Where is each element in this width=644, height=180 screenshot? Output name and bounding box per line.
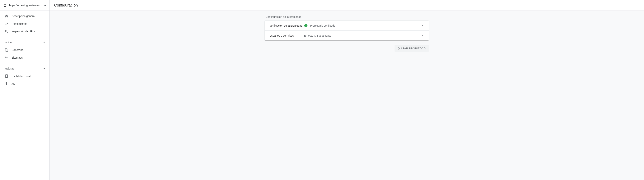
checkmark-circle-icon <box>304 24 308 28</box>
property-selector[interactable]: https://ernestogbustamante.... <box>0 0 49 11</box>
sidebar-item-url-inspection[interactable]: Inspección de URLs <box>0 28 49 35</box>
property-favicon-icon <box>3 3 7 7</box>
sidebar-item-label: Cobertura <box>12 48 24 52</box>
verification-row[interactable]: Verificación de la propiedad Propietario… <box>265 21 429 31</box>
sidebar-item-mobile-usability[interactable]: Usabilidad móvil <box>0 72 49 80</box>
sidebar-section-enhancements[interactable]: Mejoras <box>0 65 49 72</box>
sidebar: https://ernestogbustamante.... Descripci… <box>0 0 50 180</box>
sitemap-icon <box>4 56 8 60</box>
sidebar-item-label: Descripción general <box>12 14 35 18</box>
remove-property-button[interactable]: QUITAR PROPIEDAD <box>394 45 429 52</box>
property-settings-card: Verificación de la propiedad Propietario… <box>265 21 429 40</box>
sidebar-item-label: AMP <box>12 82 17 86</box>
svg-rect-1 <box>7 58 8 59</box>
phone-icon <box>4 74 8 78</box>
sidebar-item-label: Sitemaps <box>12 56 23 59</box>
users-label: Usuarios y permisos <box>270 34 304 37</box>
chevron-up-icon <box>42 67 46 71</box>
users-permissions-row[interactable]: Usuarios y permisos Ernesto G Bustamante <box>265 31 429 40</box>
verification-label: Verificación de la propiedad <box>270 24 304 27</box>
sidebar-item-performance[interactable]: Rendimiento <box>0 20 49 28</box>
header: Configuración <box>50 0 644 11</box>
users-value: Ernesto G Bustamante <box>304 34 331 37</box>
home-icon <box>4 14 8 18</box>
section-title: Configuración de la propiedad <box>265 15 429 18</box>
sidebar-item-coverage[interactable]: Cobertura <box>0 46 49 54</box>
sidebar-item-overview[interactable]: Descripción general <box>0 12 49 20</box>
sidebar-section-title: Mejoras <box>4 67 14 70</box>
sidebar-section-title: Índice <box>4 41 12 44</box>
dropdown-arrow-icon <box>44 4 46 7</box>
chevron-up-icon <box>42 40 46 45</box>
sidebar-item-label: Inspección de URLs <box>12 30 36 33</box>
chevron-right-icon <box>420 23 424 28</box>
sidebar-section-index[interactable]: Índice <box>0 38 49 46</box>
property-url: https://ernestogbustamante.... <box>9 4 43 7</box>
copy-icon <box>4 48 8 52</box>
bolt-icon <box>4 82 8 86</box>
verification-status: Propietario verificado <box>310 24 336 27</box>
svg-rect-2 <box>5 58 6 59</box>
sidebar-item-label: Usabilidad móvil <box>12 75 31 78</box>
sidebar-item-label: Rendimiento <box>12 22 27 25</box>
chevron-right-icon <box>420 33 424 38</box>
search-icon <box>4 29 8 33</box>
content: Configuración de la propiedad Verificaci… <box>50 11 644 180</box>
sidebar-item-sitemaps[interactable]: Sitemaps <box>0 54 49 62</box>
trending-icon <box>4 22 8 26</box>
svg-rect-0 <box>5 56 6 57</box>
page-title: Configuración <box>54 3 78 7</box>
sidebar-item-amp[interactable]: AMP <box>0 80 49 88</box>
